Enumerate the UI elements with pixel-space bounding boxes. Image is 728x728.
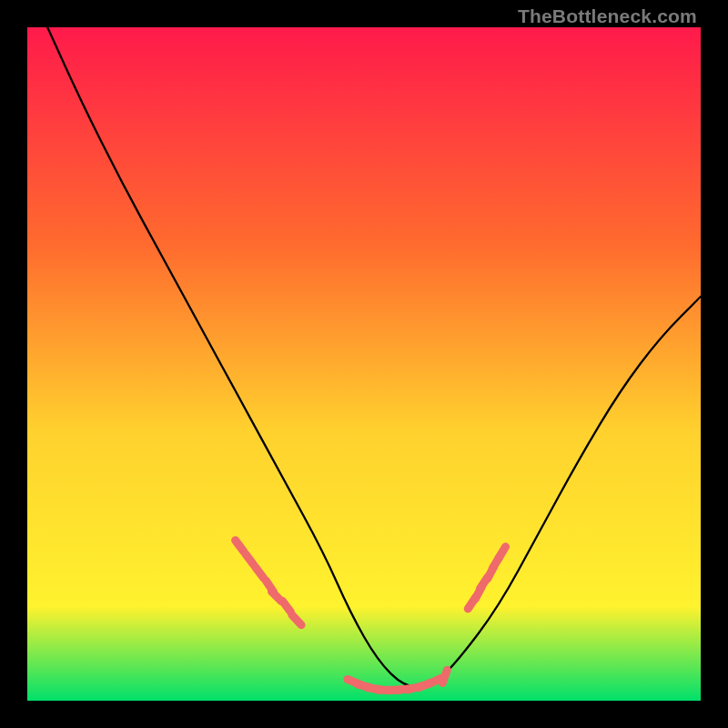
bottleneck-chart (27, 27, 701, 701)
chart-frame (27, 27, 701, 701)
highlight-point (442, 670, 447, 682)
watermark-text: TheBottleneck.com (518, 5, 697, 27)
gradient-background (27, 27, 701, 701)
